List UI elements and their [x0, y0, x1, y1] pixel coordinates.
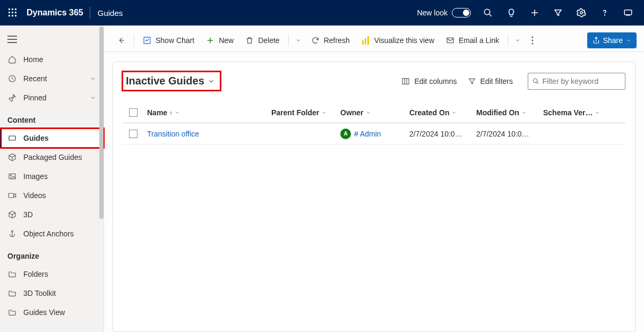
cmd-label: Share — [603, 36, 623, 45]
owner-link[interactable]: # Admin — [354, 130, 381, 138]
separator — [288, 35, 289, 46]
nav-label: Object Anchors — [23, 229, 97, 238]
svg-point-22 — [10, 175, 11, 176]
svg-rect-30 — [365, 38, 366, 45]
edit-filters-button[interactable]: Edit filters — [462, 73, 518, 90]
arrow-left-icon — [117, 36, 125, 45]
column-header-name[interactable]: Name ↑ — [144, 108, 271, 117]
refresh-button[interactable]: Refresh — [306, 32, 355, 49]
settings-icon[interactable] — [570, 0, 593, 25]
nav-packaged-guides[interactable]: Packaged Guides — [0, 148, 104, 167]
nav-folders[interactable]: Folders — [0, 265, 104, 284]
avatar: A — [340, 129, 351, 139]
edit-columns-button[interactable]: Edit columns — [396, 73, 462, 90]
video-icon — [7, 191, 17, 200]
app-name-label[interactable]: Guides — [93, 8, 127, 18]
cmd-label: New — [219, 36, 234, 45]
plus-icon — [206, 36, 214, 45]
app-launcher-icon[interactable] — [4, 8, 21, 17]
svg-rect-5 — [15, 12, 16, 13]
nav-label: Videos — [23, 191, 97, 200]
filter-icon — [468, 77, 476, 86]
cmd-label: Show Chart — [156, 36, 194, 45]
nav-guides-view[interactable]: Guides View — [0, 303, 104, 322]
command-bar: Show Chart New Delete Refresh Visualize … — [104, 29, 644, 52]
view-selector[interactable]: Inactive Guides — [123, 72, 220, 90]
new-look-label: New look — [417, 8, 448, 17]
share-button[interactable]: Share — [587, 32, 637, 48]
cell-owner[interactable]: A # Admin — [340, 129, 409, 139]
search-icon[interactable] — [476, 0, 500, 25]
svg-line-10 — [489, 14, 492, 16]
add-icon[interactable] — [523, 0, 546, 25]
nav-label: Folders — [23, 270, 97, 278]
column-header-parent[interactable]: Parent Folder — [271, 108, 340, 117]
nav-pinned[interactable]: Pinned — [0, 88, 104, 107]
svg-line-40 — [537, 82, 538, 83]
column-header-owner[interactable]: Owner — [340, 108, 409, 117]
view-panel: Inactive Guides Edit columns Edit filter… — [113, 62, 636, 332]
row-checkbox[interactable] — [123, 130, 144, 138]
nav-recent[interactable]: Recent — [0, 69, 104, 88]
svg-point-35 — [532, 42, 534, 44]
nav-guides[interactable]: Guides — [0, 129, 104, 148]
hamburger-icon[interactable] — [0, 29, 104, 50]
image-icon — [7, 172, 17, 181]
nav-home[interactable]: Home — [0, 50, 104, 69]
filter-icon[interactable] — [546, 0, 570, 25]
nav-label: Guides — [23, 134, 97, 142]
table-row[interactable]: Transition office A # Admin 2/7/2024 10:… — [123, 123, 625, 144]
svg-rect-8 — [15, 15, 16, 16]
lightbulb-icon[interactable] — [500, 0, 523, 25]
toggle-switch-icon[interactable] — [452, 8, 471, 18]
help-icon[interactable] — [593, 0, 616, 25]
back-button[interactable] — [111, 32, 131, 49]
chevron-down-icon — [90, 75, 97, 82]
visualize-button[interactable]: Visualize this view — [356, 32, 440, 49]
filter-keyword-input[interactable] — [528, 73, 625, 90]
assistant-icon[interactable] — [616, 0, 640, 25]
nav-videos[interactable]: Videos — [0, 186, 104, 205]
scrollbar[interactable] — [99, 25, 104, 332]
separator — [134, 35, 134, 46]
section-organize: Organize — [0, 243, 104, 265]
chart-icon — [143, 36, 151, 45]
separator — [508, 35, 508, 46]
view-title: Inactive Guides — [126, 75, 204, 87]
pin-icon — [7, 93, 17, 103]
new-look-toggle[interactable]: New look — [417, 8, 471, 18]
more-commands-button[interactable] — [525, 36, 540, 45]
nav-3d[interactable]: 3D — [0, 205, 104, 224]
nav-label: Recent — [23, 74, 83, 83]
select-all-checkbox[interactable] — [123, 108, 144, 117]
cube-icon — [7, 210, 17, 219]
nav-object-anchors[interactable]: Object Anchors — [0, 224, 104, 243]
column-header-modified[interactable]: Modified On — [476, 108, 543, 117]
svg-rect-21 — [9, 174, 15, 178]
email-dropdown[interactable] — [511, 32, 524, 49]
guide-icon — [7, 133, 17, 143]
folder-icon — [7, 288, 17, 298]
show-chart-button[interactable]: Show Chart — [138, 32, 200, 49]
chevron-down-icon — [90, 95, 97, 101]
svg-rect-23 — [8, 193, 13, 198]
cmd-label: Delete — [258, 36, 279, 45]
record-link[interactable]: Transition office — [147, 130, 199, 138]
column-header-created[interactable]: Created On — [409, 108, 476, 117]
cell-modified: 2/7/2024 10:0… — [476, 130, 543, 138]
brand-label[interactable]: Dynamics 365 — [21, 8, 89, 18]
email-link-button[interactable]: Email a Link — [441, 32, 504, 49]
data-grid: Name ↑ Parent Folder Owner Created On — [123, 102, 625, 144]
filter-input[interactable] — [542, 77, 621, 86]
delete-dropdown[interactable] — [292, 32, 305, 49]
folder-icon — [7, 269, 17, 279]
nav-label: Pinned — [23, 93, 83, 102]
section-content: Content — [0, 107, 104, 129]
delete-button[interactable]: Delete — [240, 32, 285, 49]
column-header-schema[interactable]: Schema Ver… — [543, 108, 602, 117]
new-button[interactable]: New — [201, 32, 239, 49]
nav-images[interactable]: Images — [0, 167, 104, 186]
nav-label: 3D Toolkit — [23, 289, 97, 297]
nav-3d-toolkit[interactable]: 3D Toolkit — [0, 284, 104, 303]
chevron-down-icon — [595, 110, 600, 115]
